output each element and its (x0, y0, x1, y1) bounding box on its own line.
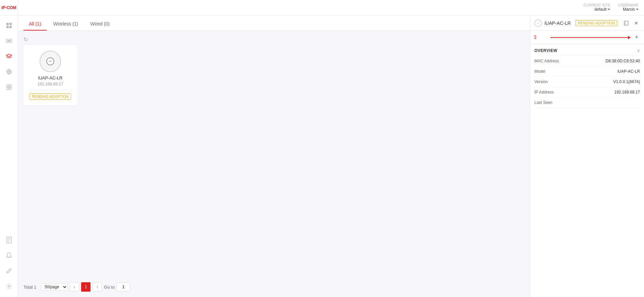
overview-chevron-icon: ∨ (637, 48, 640, 53)
version-label: Version (534, 79, 548, 84)
pending-adoption-badge: PENDING ADOPTION (30, 94, 71, 100)
goto-label: Go to (104, 285, 115, 290)
svg-rect-20 (625, 21, 627, 25)
toolbar-add-btn[interactable]: + (633, 34, 640, 41)
devices-icon[interactable] (2, 34, 16, 48)
logo: IP-COM (0, 0, 18, 15)
svg-rect-11 (9, 85, 11, 87)
bell-icon[interactable] (2, 248, 16, 263)
lastseen-label: Last Seen (534, 100, 552, 105)
detail-status-badge: PENDING ADOPTION (576, 20, 617, 26)
device-card[interactable]: − iUAP-AC-LR 192.168.68.17 PENDING ADOPT… (23, 45, 77, 105)
device-grid: ↻ − iUAP-AC-LR 192.168.68.17 PENDING ADO… (18, 31, 530, 278)
detail-expand-btn[interactable] (623, 19, 630, 27)
site-chevron-icon (607, 9, 610, 10)
tab-wired[interactable]: Wired (0) (85, 18, 115, 31)
current-site-label: CURRENT SITE (584, 3, 610, 7)
device-name: iUAP-AC-LR (38, 75, 63, 80)
prev-page-btn[interactable]: ‹ (70, 282, 79, 292)
detail-header: − iUAP-AC-LR PENDING ADOPTION ✕ (530, 15, 644, 31)
detail-close-btn[interactable]: ✕ (633, 19, 640, 27)
device-status-icon: − (46, 57, 54, 65)
detail-toolbar: + (530, 31, 644, 44)
mac-value: D8:38:0D:C6:52:40 (605, 59, 640, 63)
pagination-total: Total 1 (23, 285, 36, 290)
toolbar-list-icon[interactable] (534, 35, 540, 40)
per-page-select[interactable]: 50/page (41, 283, 68, 291)
device-ip: 192.168.68.17 (38, 82, 63, 86)
svg-rect-25 (534, 35, 535, 36)
edit-icon[interactable] (2, 263, 16, 278)
goto-input[interactable] (117, 282, 130, 292)
pagination-row: Total 1 50/page ‹ 1 › Go to (18, 278, 530, 297)
ip-label: IP Address (534, 90, 554, 95)
sidebar-bottom (2, 233, 16, 297)
svg-point-18 (8, 286, 10, 287)
detail-panel: − iUAP-AC-LR PENDING ADOPTION ✕ (530, 15, 644, 297)
svg-rect-0 (6, 23, 9, 25)
tab-bar: All (1) Wireless (1) Wired (0) (18, 15, 530, 31)
detail-title: iUAP-AC-LR (544, 20, 573, 26)
toolbar-arrow-icon (550, 37, 631, 38)
model-value: iUAP-AC-LR (618, 69, 640, 74)
refresh-icon[interactable]: ↻ (23, 36, 28, 43)
current-site-item[interactable]: CURRENT SITE default (584, 3, 610, 12)
main-content: CURRENT SITE default USERNAME Marcin All… (18, 0, 644, 297)
topbar-right: CURRENT SITE default USERNAME Marcin (584, 3, 639, 12)
content-area: All (1) Wireless (1) Wired (0) ↻ − iUAP-… (18, 15, 530, 297)
svg-rect-13 (9, 87, 11, 90)
refresh-icon-area[interactable]: ↻ (23, 36, 525, 43)
svg-rect-1 (9, 23, 12, 25)
version-value: V1.0.0.1(6674) (613, 79, 640, 84)
tab-wireless[interactable]: Wireless (1) (48, 18, 84, 31)
detail-device-icon: − (534, 19, 542, 27)
layers-icon[interactable] (2, 49, 16, 64)
tab-all[interactable]: All (1) (23, 18, 47, 31)
svg-rect-10 (7, 85, 9, 87)
network-icon[interactable] (2, 64, 16, 79)
current-page-btn[interactable]: 1 (81, 282, 91, 292)
page-area: All (1) Wireless (1) Wired (0) ↻ − iUAP-… (18, 15, 644, 297)
username-chevron-icon (636, 9, 639, 10)
username-label: USERNAME (618, 3, 639, 7)
sidebar: IP-COM (0, 0, 18, 297)
settings-icon[interactable] (2, 279, 16, 294)
mac-label: MAC Address (534, 59, 559, 63)
overview-row-mac: MAC Address D8:38:0D:C6:52:40 (534, 56, 640, 66)
svg-rect-12 (7, 87, 9, 90)
next-page-btn[interactable]: › (93, 282, 102, 292)
overview-title: OVERVIEW (534, 48, 557, 53)
svg-rect-3 (9, 26, 12, 28)
overview-header[interactable]: OVERVIEW ∨ (534, 44, 640, 56)
username-value: Marcin (623, 7, 639, 12)
svg-rect-19 (624, 21, 628, 25)
overview-row-version: Version V1.0.0.1(6674) (534, 77, 640, 87)
overview-row-ip: IP Address 192.168.68.17 (534, 87, 640, 98)
device-icon-circle: − (40, 51, 61, 72)
logo-text: IP-COM (2, 5, 16, 10)
current-site-value: default (594, 7, 610, 12)
svg-rect-2 (6, 26, 9, 28)
overview-row-model: Model iUAP-AC-LR (534, 66, 640, 77)
svg-rect-5 (7, 40, 11, 42)
overview-section: OVERVIEW ∨ MAC Address D8:38:0D:C6:52:40… (530, 44, 644, 108)
device-separator (29, 90, 72, 90)
ip-value: 192.168.68.17 (614, 90, 640, 95)
document-icon[interactable] (2, 233, 16, 247)
dashboard-icon[interactable] (2, 18, 16, 33)
detail-header-actions: ✕ (623, 19, 640, 27)
model-label: Model (534, 69, 545, 74)
overview-row-lastseen: Last Seen (534, 98, 640, 108)
username-item[interactable]: USERNAME Marcin (618, 3, 639, 12)
topbar: CURRENT SITE default USERNAME Marcin (18, 0, 644, 15)
grid-icon[interactable] (2, 80, 16, 95)
